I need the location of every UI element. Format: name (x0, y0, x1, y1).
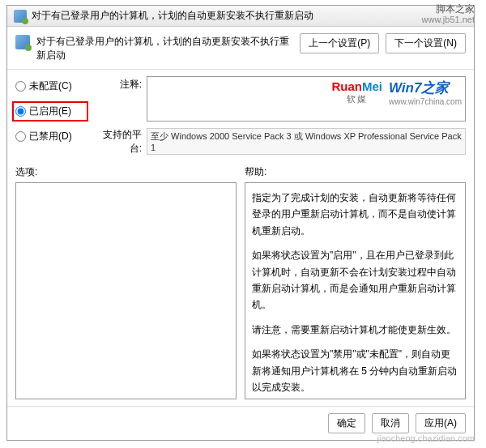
win7-logo: Win7之家 (389, 80, 449, 96)
site-url: www.jb51.net (422, 15, 475, 24)
radio-label: 未配置(C) (29, 79, 72, 93)
ok-button[interactable]: 确定 (328, 413, 365, 433)
help-text: 请注意，需要重新启动计算机才能使更新生效。 (252, 322, 458, 338)
policy-icon (15, 35, 30, 49)
highlight-box: 已启用(E) (12, 101, 88, 122)
radio-not-configured[interactable]: 未配置(C) (15, 79, 88, 93)
help-text: 指定为了完成计划的安装，自动更新将等待任何登录的用户重新启动计算机，而不是自动使… (252, 190, 458, 239)
cancel-button[interactable]: 取消 (372, 413, 409, 433)
header-row: 对于有已登录用户的计算机，计划的自动更新安装不执行重新启动 上一个设置(P) 下… (7, 27, 474, 70)
policy-title: 对于有已登录用户的计算机，计划的自动更新安装不执行重新启动 (36, 33, 293, 62)
next-setting-button[interactable]: 下一个设置(N) (386, 33, 466, 53)
help-text: 如果将状态设置为"禁用"或"未配置"，则自动更新将通知用户计算机将在 5 分钟内… (252, 346, 458, 395)
radio-enabled[interactable]: 已启用(E) (15, 105, 83, 118)
prev-setting-button[interactable]: 上一个设置(P) (300, 33, 379, 53)
options-label: 选项: (15, 165, 237, 179)
platform-label: 支持的平台: (96, 126, 142, 156)
help-pane: 指定为了完成计划的安装，自动更新将等待任何登录的用户重新启动计算机，而不是自动使… (245, 182, 466, 399)
help-text: 如果将状态设置为"启用"，且在用户已登录到此计算机时，自动更新不会在计划安装过程… (252, 247, 458, 314)
apply-button[interactable]: 应用(A) (416, 413, 466, 433)
comment-label: 注释: (96, 76, 142, 92)
radio-label: 已禁用(D) (29, 130, 72, 143)
bottom-watermark: jiaocheng.chazidian.com (377, 433, 475, 443)
radio-enabled-input[interactable] (15, 106, 26, 117)
help-label: 帮助: (245, 165, 466, 179)
radio-label: 已启用(E) (29, 105, 71, 118)
state-radio-group: 未配置(C) 已启用(E) 已禁用(D) (15, 76, 88, 156)
radio-disabled[interactable]: 已禁用(D) (15, 130, 88, 143)
comment-textarea[interactable]: RuanMei 软媒 Win7之家 www.win7china.com (147, 76, 466, 122)
win7-sub: www.win7china.com (389, 97, 462, 106)
content-area: 未配置(C) 已启用(E) 已禁用(D) 注释: (7, 70, 474, 406)
watermark: RuanMei 软媒 Win7之家 www.win7china.com (331, 79, 462, 106)
radio-disabled-input[interactable] (15, 131, 26, 142)
platform-text: 至少 Windows 2000 Service Pack 3 或 Windows… (147, 128, 466, 155)
dialog-window: 对于有已登录用户的计算机，计划的自动更新安装不执行重新启动 对于有已登录用户的计… (6, 5, 475, 441)
window-title: 对于有已登录用户的计算机，计划的自动更新安装不执行重新启动 (32, 9, 313, 23)
titlebar: 对于有已登录用户的计算机，计划的自动更新安装不执行重新启动 (7, 6, 474, 27)
options-pane (15, 182, 237, 399)
ruanmei-logo: RuanMei (331, 79, 382, 93)
policy-icon (14, 10, 27, 23)
radio-not-configured-input[interactable] (15, 81, 26, 92)
ruanmei-sub: 软媒 (331, 93, 382, 105)
